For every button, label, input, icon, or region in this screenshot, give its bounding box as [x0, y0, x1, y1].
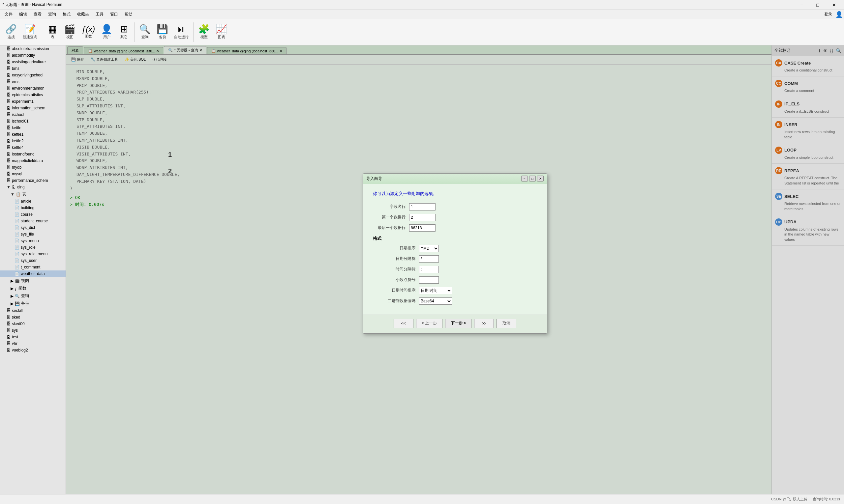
toolbar-function-label: 函数	[85, 34, 92, 39]
prev-button[interactable]: < 上一步	[416, 319, 443, 328]
backup-icon: 💾	[157, 25, 168, 34]
user-avatar[interactable]: 👤	[836, 11, 843, 18]
dialog-intro-text: 你可以为源定义一些附加的选项。	[373, 191, 437, 196]
toolbar-backup[interactable]: 💾 备份	[154, 23, 171, 41]
dialog-body: 你可以为源定义一些附加的选项。 字段名行: 第一个数据行: 最后一个数据行:	[363, 184, 547, 314]
dialog-footer: << < 上一步 下一步 > >> 取消	[363, 314, 547, 334]
menu-view[interactable]: 查看	[30, 10, 45, 18]
toolbar-sep-2	[134, 22, 135, 42]
menu-tools[interactable]: 工具	[92, 10, 107, 18]
toolbar-view-label: 视图	[66, 35, 73, 39]
menu-help[interactable]: 帮助	[121, 10, 136, 18]
autorun-icon: ⏯	[177, 25, 186, 34]
dialog-intro: 你可以为源定义一些附加的选项。	[373, 191, 537, 197]
date-sort-select[interactable]: YMD MDY DMY	[419, 245, 439, 252]
dialog-title: 导入向导	[366, 176, 382, 181]
toolbar-table-label: 表	[51, 35, 54, 39]
main-layout: 🗄 absolutetransmission 🗄 allcommodity 🗄 …	[0, 46, 844, 494]
toolbar-model-label: 模型	[201, 35, 208, 39]
import-wizard-dialog: 导入向导 − □ ✕ 你可以为源定义一些附加的选项。 字段名行:	[363, 173, 547, 334]
field-name-input[interactable]	[409, 203, 435, 211]
toolbar: 🔗 连接 📝 新建查询 ▦ 表 🎬 视图 ƒ(x) 函数 👤 用户 ⊞ 其它 🔍…	[0, 19, 844, 46]
toolbar-query[interactable]: 🔍 查询	[137, 23, 153, 41]
toolbar-sep-3	[193, 22, 193, 42]
field-name-row: 字段名行:	[373, 203, 537, 211]
decimal-input[interactable]	[419, 276, 439, 284]
date-sep-input[interactable]	[419, 255, 439, 263]
toolbar-function[interactable]: ƒ(x) 函数	[79, 24, 98, 40]
login-button[interactable]: 登录	[821, 12, 836, 17]
new-query-icon: 📝	[24, 25, 36, 34]
toolbar-user-label: 用户	[103, 35, 110, 39]
dialog-titlebar: 导入向导 − □ ✕	[363, 174, 547, 184]
decimal-label: 小数点符号:	[383, 277, 419, 283]
format-section-label: 格式	[373, 236, 537, 241]
toolbar-other-label: 其它	[120, 35, 127, 39]
toolbar-chart[interactable]: 📈 图表	[213, 23, 230, 41]
binary-row: 二进制数据编码: Base64 Hex	[383, 298, 537, 305]
menu-favorites[interactable]: 收藏夹	[74, 10, 92, 18]
query-time: 查询时间: 0.021s	[813, 497, 840, 502]
title-bar: * 无标题 - 查询 - Navicat Premium − □ ✕	[0, 0, 844, 10]
first-row-label: 第一个数据行:	[373, 214, 409, 220]
menu-file[interactable]: 文件	[1, 10, 16, 18]
datetime-sort-label: 日期时间排序:	[383, 288, 419, 293]
maximize-button[interactable]: □	[810, 0, 825, 10]
table-icon: ▦	[48, 25, 57, 34]
other-icon: ⊞	[120, 25, 128, 34]
dialog-maximize[interactable]: □	[529, 176, 536, 181]
toolbar-chart-label: 图表	[218, 35, 225, 39]
app-title: * 无标题 - 查询 - Navicat Premium	[3, 2, 62, 7]
toolbar-backup-label: 备份	[159, 35, 166, 39]
last-row-input[interactable]	[409, 224, 435, 232]
field-name-label: 字段名行:	[373, 204, 409, 210]
dialog-overlay: 导入向导 − □ ✕ 你可以为源定义一些附加的选项。 字段名行:	[0, 46, 844, 494]
menu-format[interactable]: 格式	[59, 10, 74, 18]
time-sep-input[interactable]	[419, 266, 439, 273]
decimal-row: 小数点符号:	[383, 276, 537, 284]
cancel-button[interactable]: 取消	[497, 319, 516, 328]
first-button[interactable]: <<	[394, 319, 413, 328]
toolbar-autorun[interactable]: ⏯ 自动运行	[171, 23, 191, 41]
toolbar-new-query[interactable]: 📝 新建查询	[20, 23, 40, 41]
format-fields: 日期排序: YMD MDY DMY 日期分隔符:	[383, 245, 537, 305]
menu-bar: 文件 编辑 查看 查询 格式 收藏夹 工具 窗口 帮助 登录 👤	[0, 10, 844, 19]
last-row-row: 最后一个数据行:	[373, 224, 537, 232]
time-sep-row: 时间分隔符:	[383, 266, 537, 273]
chart-icon: 📈	[216, 25, 227, 34]
model-icon: 🧩	[198, 25, 210, 34]
date-sort-row: 日期排序: YMD MDY DMY	[383, 245, 537, 252]
time-sep-label: 时间分隔符:	[383, 267, 419, 272]
user-icon: 👤	[101, 25, 113, 34]
toolbar-connect[interactable]: 🔗 连接	[3, 23, 19, 41]
toolbar-view[interactable]: 🎬 视图	[61, 23, 78, 41]
toolbar-table[interactable]: ▦ 表	[44, 23, 61, 41]
function-icon: ƒ(x)	[82, 25, 95, 33]
minimize-button[interactable]: −	[794, 0, 809, 10]
toolbar-other[interactable]: ⊞ 其它	[116, 23, 132, 41]
date-sep-row: 日期分隔符:	[383, 255, 537, 263]
binary-select[interactable]: Base64 Hex	[419, 298, 452, 305]
last-row-label: 最后一个数据行:	[373, 225, 409, 231]
toolbar-model[interactable]: 🧩 模型	[195, 23, 212, 41]
menu-window[interactable]: 窗口	[107, 10, 121, 18]
toolbar-new-query-label: 新建查询	[23, 35, 37, 39]
toolbar-autorun-label: 自动运行	[174, 35, 189, 39]
csdn-info: CSDN @ 飞_跃人上传	[771, 497, 807, 502]
menu-query[interactable]: 查询	[45, 10, 59, 18]
menu-edit[interactable]: 编辑	[16, 10, 30, 18]
dialog-close[interactable]: ✕	[537, 176, 544, 181]
status-bar: CSDN @ 飞_跃人上传 查询时间: 0.021s	[0, 494, 844, 504]
toolbar-user[interactable]: 👤 用户	[98, 23, 115, 41]
datetime-sort-row: 日期时间排序: 日期 时间 时间 日期	[383, 287, 537, 294]
toolbar-connect-label: 连接	[7, 35, 15, 39]
connect-icon: 🔗	[5, 25, 17, 34]
first-row-input[interactable]	[409, 214, 435, 221]
next-button[interactable]: 下一步 >	[445, 319, 471, 328]
dialog-minimize[interactable]: −	[521, 176, 528, 181]
titlebar-controls: − □ ✕	[794, 0, 841, 10]
datetime-sort-select[interactable]: 日期 时间 时间 日期	[419, 287, 452, 294]
date-sep-label: 日期分隔符:	[383, 256, 419, 262]
last-button[interactable]: >>	[474, 319, 494, 328]
close-button[interactable]: ✕	[827, 0, 841, 10]
